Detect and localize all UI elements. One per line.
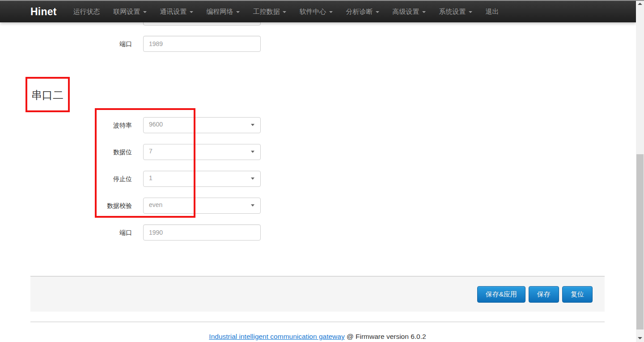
stop-bits-select[interactable]: 1 [143,171,261,187]
scroll-down-button[interactable] [636,334,644,342]
save-button[interactable]: 保存 [529,286,559,303]
nav-item-analysis-diagnosis[interactable]: 分析诊断 [339,1,386,22]
baud-rate-value: 9600 [149,121,163,128]
footer-divider [30,321,605,322]
data-bits-select[interactable]: 7 [143,144,261,160]
brand-logo[interactable]: Hinet [30,6,57,18]
serial2-port-input[interactable] [143,224,261,241]
data-bits-label: 数据位 [27,148,132,156]
nav-item-logout[interactable]: 退出 [479,1,506,22]
footer: Industrial intelligent communication gat… [30,333,605,341]
serial1-port-label: 端口 [27,39,132,48]
chevron-down-icon [422,11,426,13]
parity-label: 数据校验 [27,201,132,210]
nav-item-industrial-data[interactable]: 工控数据 [246,1,293,22]
select-arrow-icon [251,204,254,207]
parity-select[interactable]: even [143,198,261,214]
top-navbar: Hinet 运行状态 联网设置 通讯设置 编程网络 工控数据 软件中心 分析诊断… [0,1,636,22]
scrollbar-thumb[interactable] [636,154,644,329]
select-arrow-icon [251,151,254,153]
arrow-up-icon [638,3,642,5]
chevron-down-icon [469,11,472,13]
scroll-up-button[interactable] [636,0,644,8]
arrow-down-icon [638,337,642,339]
chevron-down-icon [376,11,379,13]
gateway-link[interactable]: Industrial intelligent communication gat… [209,333,344,340]
select-arrow-icon [251,177,254,180]
nav-item-advanced-settings[interactable]: 高级设置 [386,1,432,22]
chevron-down-icon [329,11,333,13]
baud-rate-label: 波特率 [27,121,132,130]
save-apply-button[interactable]: 保存&应用 [477,286,525,303]
serial1-port-input[interactable] [143,36,261,52]
chevron-down-icon [236,11,240,13]
serial2-section-title: 串口二 [31,88,64,102]
nav-item-network-settings[interactable]: 联网设置 [107,1,153,22]
nav-menu: 运行状态 联网设置 通讯设置 编程网络 工控数据 软件中心 分析诊断 高级设置 … [67,1,506,22]
stop-bits-value: 1 [149,174,153,182]
window-top-border [0,0,644,1]
chevron-down-icon [143,11,147,13]
chevron-down-icon [190,11,193,13]
vertical-scrollbar[interactable] [636,0,644,342]
form-actions-bar: 保存&应用 保存 复位 [30,276,605,312]
firmware-version-text: @ Firmware version 6.0.2 [347,333,426,340]
nav-item-run-status[interactable]: 运行状态 [67,1,107,22]
nav-item-software-center[interactable]: 软件中心 [293,1,339,22]
reset-button[interactable]: 复位 [562,286,593,303]
nav-item-comm-settings[interactable]: 通讯设置 [153,1,200,22]
stop-bits-label: 停止位 [27,174,132,183]
select-arrow-icon [251,124,254,126]
nav-item-programming-network[interactable]: 编程网络 [200,1,246,22]
parity-value: even [149,201,162,208]
data-bits-value: 7 [149,148,153,155]
baud-rate-select[interactable]: 9600 [143,117,261,133]
serial2-port-label: 端口 [27,228,132,237]
chevron-down-icon [283,11,286,13]
nav-item-system-settings[interactable]: 系统设置 [432,1,479,22]
